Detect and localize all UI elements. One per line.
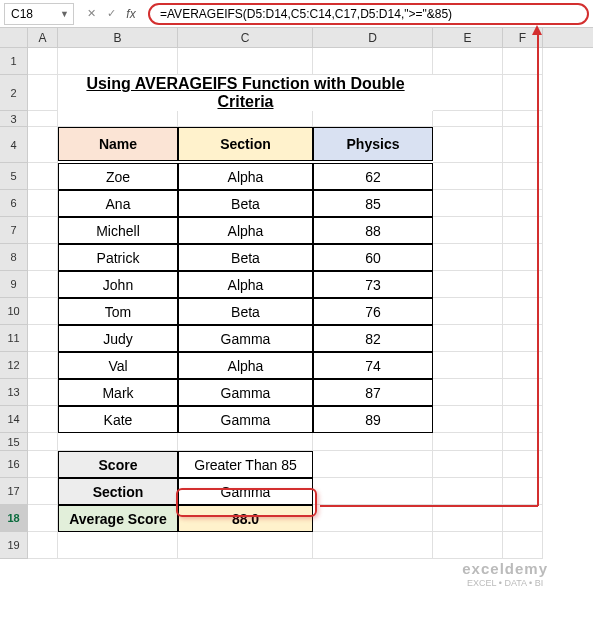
col-header-c[interactable]: C [178, 28, 313, 47]
cell-e7[interactable] [433, 217, 503, 244]
data-physics-cell[interactable]: 74 [313, 352, 433, 379]
cell-a1[interactable] [28, 48, 58, 75]
cell-e3[interactable] [433, 111, 503, 127]
cell-a11[interactable] [28, 325, 58, 352]
col-header-d[interactable]: D [313, 28, 433, 47]
cell-d3[interactable] [313, 111, 433, 127]
cell-a19[interactable] [28, 532, 58, 559]
row-header-3[interactable]: 3 [0, 111, 28, 127]
cell-e18[interactable] [433, 505, 503, 532]
cell-a6[interactable] [28, 190, 58, 217]
cell-a9[interactable] [28, 271, 58, 298]
data-name-cell[interactable]: Tom [58, 298, 178, 325]
cell-a4[interactable] [28, 127, 58, 163]
cell-a12[interactable] [28, 352, 58, 379]
header-section[interactable]: Section [178, 127, 313, 161]
data-section-cell[interactable]: Alpha [178, 271, 313, 298]
fx-icon[interactable]: fx [122, 5, 140, 23]
cell-e4[interactable] [433, 127, 503, 163]
cell-a3[interactable] [28, 111, 58, 127]
row-header-13[interactable]: 13 [0, 379, 28, 406]
cell-e19[interactable] [433, 532, 503, 559]
data-section-cell[interactable]: Gamma [178, 379, 313, 406]
header-physics[interactable]: Physics [313, 127, 433, 161]
data-name-cell[interactable]: Michell [58, 217, 178, 244]
check-icon[interactable]: ✓ [102, 5, 120, 23]
cell-e11[interactable] [433, 325, 503, 352]
cell-a16[interactable] [28, 451, 58, 478]
section-label[interactable]: Section [58, 478, 178, 505]
score-label[interactable]: Score [58, 451, 178, 478]
avg-label[interactable]: Average Score [58, 505, 178, 532]
cell-d15[interactable] [313, 433, 433, 451]
data-name-cell[interactable]: Zoe [58, 163, 178, 190]
cell-d16[interactable] [313, 451, 433, 478]
data-physics-cell[interactable]: 60 [313, 244, 433, 271]
row-header-4[interactable]: 4 [0, 127, 28, 163]
cell-d17[interactable] [313, 478, 433, 505]
row-header-6[interactable]: 6 [0, 190, 28, 217]
cell-c1[interactable] [178, 48, 313, 75]
row-header-7[interactable]: 7 [0, 217, 28, 244]
data-name-cell[interactable]: Val [58, 352, 178, 379]
cell-b15[interactable] [58, 433, 178, 451]
cell-d19[interactable] [313, 532, 433, 559]
cell-c3[interactable] [178, 111, 313, 127]
row-header-8[interactable]: 8 [0, 244, 28, 271]
cell-c19[interactable] [178, 532, 313, 559]
data-name-cell[interactable]: Mark [58, 379, 178, 406]
row-header-14[interactable]: 14 [0, 406, 28, 433]
data-physics-cell[interactable]: 88 [313, 217, 433, 244]
cell-a7[interactable] [28, 217, 58, 244]
row-header-17[interactable]: 17 [0, 478, 28, 505]
cell-e8[interactable] [433, 244, 503, 271]
cell-a10[interactable] [28, 298, 58, 325]
cell-c15[interactable] [178, 433, 313, 451]
cell-a18[interactable] [28, 505, 58, 532]
cell-e12[interactable] [433, 352, 503, 379]
data-name-cell[interactable]: John [58, 271, 178, 298]
data-name-cell[interactable]: Judy [58, 325, 178, 352]
cell-a13[interactable] [28, 379, 58, 406]
data-section-cell[interactable]: Alpha [178, 352, 313, 379]
data-physics-cell[interactable]: 82 [313, 325, 433, 352]
cell-e10[interactable] [433, 298, 503, 325]
cell-d18[interactable] [313, 505, 433, 532]
row-header-10[interactable]: 10 [0, 298, 28, 325]
cell-a8[interactable] [28, 244, 58, 271]
data-name-cell[interactable]: Kate [58, 406, 178, 433]
data-name-cell[interactable]: Ana [58, 190, 178, 217]
data-section-cell[interactable]: Beta [178, 298, 313, 325]
cell-a2[interactable] [28, 75, 58, 111]
row-header-9[interactable]: 9 [0, 271, 28, 298]
cell-a14[interactable] [28, 406, 58, 433]
data-section-cell[interactable]: Gamma [178, 406, 313, 433]
data-physics-cell[interactable]: 87 [313, 379, 433, 406]
cell-b3[interactable] [58, 111, 178, 127]
cell-b19[interactable] [58, 532, 178, 559]
data-section-cell[interactable]: Alpha [178, 163, 313, 190]
chevron-down-icon[interactable]: ▼ [60, 9, 69, 19]
cell-e1[interactable] [433, 48, 503, 75]
data-physics-cell[interactable]: 76 [313, 298, 433, 325]
data-section-cell[interactable]: Gamma [178, 325, 313, 352]
cell-e2[interactable] [433, 75, 503, 111]
cell-a15[interactable] [28, 433, 58, 451]
cell-a5[interactable] [28, 163, 58, 190]
cell-e14[interactable] [433, 406, 503, 433]
row-header-12[interactable]: 12 [0, 352, 28, 379]
cell-e5[interactable] [433, 163, 503, 190]
cell-d1[interactable] [313, 48, 433, 75]
row-header-1[interactable]: 1 [0, 48, 28, 75]
data-physics-cell[interactable]: 73 [313, 271, 433, 298]
title-cell[interactable]: Using AVERAGEIFS Function with Double Cr… [58, 75, 433, 111]
row-header-5[interactable]: 5 [0, 163, 28, 190]
section-value[interactable]: Gamma [178, 478, 313, 505]
cell-e6[interactable] [433, 190, 503, 217]
data-physics-cell[interactable]: 62 [313, 163, 433, 190]
formula-input[interactable]: =AVERAGEIFS(D5:D14,C5:C14,C17,D5:D14,">=… [148, 3, 589, 25]
cell-e17[interactable] [433, 478, 503, 505]
row-header-19[interactable]: 19 [0, 532, 28, 559]
avg-value[interactable]: 88.0 [178, 505, 313, 532]
cancel-icon[interactable]: ✕ [82, 5, 100, 23]
